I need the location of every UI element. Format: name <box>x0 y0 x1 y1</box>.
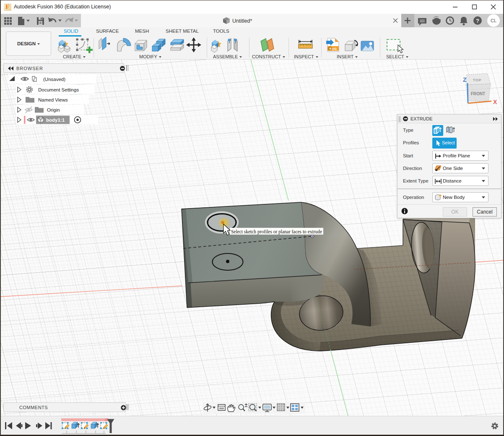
svg-text:?: ? <box>476 18 479 24</box>
svg-text:FRONT: FRONT <box>471 91 485 96</box>
svg-text:TOP: TOP <box>473 78 481 82</box>
svg-text:(Unsaved): (Unsaved) <box>43 77 65 82</box>
svg-text:Document Settings: Document Settings <box>38 87 79 92</box>
svg-text:body1:1: body1:1 <box>46 117 65 123</box>
svg-text:Untitled*: Untitled* <box>232 18 252 24</box>
svg-text:SVG: SVG <box>330 47 337 51</box>
svg-text:Select sketch profiles or plan: Select sketch profiles or planar faces t… <box>231 229 322 235</box>
svg-text:Named Views: Named Views <box>38 97 68 102</box>
svg-text:X: X <box>493 99 497 105</box>
svg-text:CL: CL <box>491 18 496 23</box>
svg-text:Origin: Origin <box>47 107 60 112</box>
svg-text:Z: Z <box>463 76 467 83</box>
